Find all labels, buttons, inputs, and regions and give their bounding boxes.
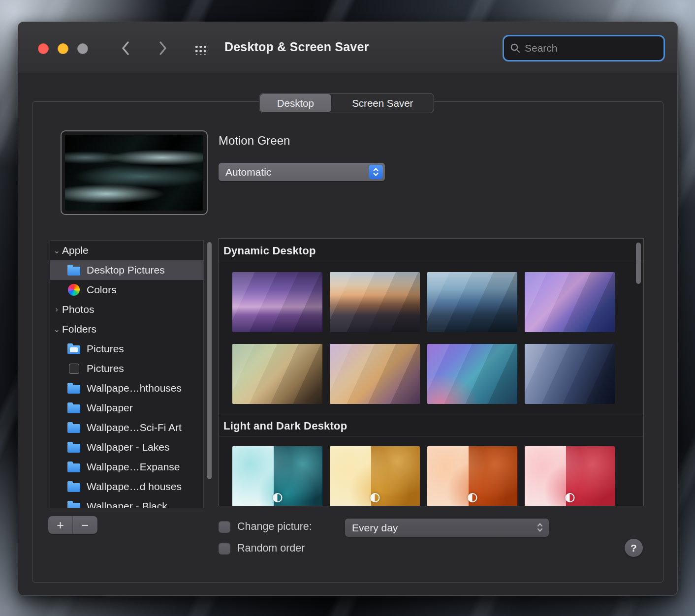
remove-folder-button[interactable]: − <box>73 516 97 534</box>
section-header-light-dark: Light and Dark Desktop <box>219 416 643 436</box>
sidebar-item-wallpaper-houses[interactable]: Wallpape…d houses <box>50 477 203 496</box>
pictures-folder-icon <box>67 345 80 354</box>
random-order-checkbox[interactable] <box>219 543 230 554</box>
color-wheel-icon <box>68 284 80 296</box>
appearance-mode-select[interactable]: Automatic <box>219 163 385 181</box>
sidebar-item-label: Colors <box>87 284 117 296</box>
dynamic-wallpaper-thumbnail-5[interactable] <box>232 344 322 404</box>
light-dark-toggle-icon <box>370 493 379 502</box>
window-title: Desktop & Screen Saver <box>224 40 369 54</box>
folder-icon <box>67 424 80 433</box>
appearance-mode-value: Automatic <box>225 166 271 178</box>
sidebar-item-label: Wallpaper <box>87 402 133 414</box>
sidebar-item-label: Pictures <box>87 343 124 355</box>
sidebar-scrollbar-thumb[interactable] <box>207 242 212 479</box>
desktop-screensaver-window: Desktop & Screen Saver Desktop Screen Sa… <box>18 22 678 596</box>
light-dark-toggle-icon <box>565 493 574 502</box>
change-picture-checkbox[interactable] <box>219 521 230 533</box>
select-chevrons-icon <box>536 522 544 536</box>
tab-bar: Desktop Screen Saver <box>259 93 434 113</box>
wallpaper-browser-panel: Dynamic Desktop Light and Dark Desktop <box>219 238 644 506</box>
sidebar-group-folders[interactable]: ⌄ Folders <box>50 319 203 339</box>
folder-icon <box>67 444 80 453</box>
source-list-sidebar: ⌄ Apple Desktop Pictures Colors › Photos… <box>50 240 204 508</box>
light-dark-wallpaper-thumbnail-3[interactable] <box>427 446 517 506</box>
sidebar-item-desktop-pictures[interactable]: Desktop Pictures <box>50 260 203 280</box>
sidebar-group-photos[interactable]: › Photos <box>50 300 203 319</box>
help-button[interactable]: ? <box>625 539 643 557</box>
dynamic-wallpaper-thumbnail-8[interactable] <box>525 344 615 404</box>
add-folder-button[interactable]: + <box>48 516 73 534</box>
folder-icon <box>67 404 80 413</box>
sidebar-group-label: Apple <box>62 245 89 256</box>
sidebar-item-wallpaper[interactable]: Wallpaper <box>50 398 203 418</box>
dynamic-wallpaper-thumbnail-7[interactable] <box>427 344 517 404</box>
sidebar-group-apple[interactable]: ⌄ Apple <box>50 241 203 260</box>
light-dark-toggle-icon <box>273 493 282 502</box>
current-wallpaper-preview <box>61 130 208 215</box>
folder-icon <box>67 267 80 276</box>
sidebar-group-label: Folders <box>62 323 96 335</box>
panel-scrollbar-thumb[interactable] <box>636 243 641 284</box>
sidebar-scrollbar[interactable] <box>207 242 212 500</box>
sidebar-item-label: Wallpaper - Lakes <box>87 441 169 453</box>
sidebar-item-label: Wallpape…Expanse <box>87 461 180 473</box>
select-stepper-icon <box>369 165 383 179</box>
wallpaper-name-label: Motion Green <box>219 134 290 148</box>
search-input[interactable] <box>525 42 663 54</box>
sidebar-item-label: Pictures <box>87 363 124 374</box>
blank-file-icon <box>69 364 79 374</box>
sidebar-item-label: Wallpape…Sci-Fi Art <box>87 422 182 433</box>
sidebar-item-label: Wallpape…d houses <box>87 481 182 493</box>
sidebar-item-wallpaper-black[interactable]: Wallpaper - Black <box>50 496 203 508</box>
sidebar-group-label: Photos <box>62 304 94 315</box>
dynamic-wallpaper-grid <box>232 272 615 404</box>
sidebar-item-wallpaper-lighthouses[interactable]: Wallpape…hthouses <box>50 378 203 398</box>
minimize-button[interactable] <box>58 43 68 54</box>
search-icon <box>510 43 521 54</box>
motion-green-preview-image <box>65 135 203 211</box>
zoom-button[interactable] <box>77 43 88 54</box>
disclosure-triangle-icon[interactable]: › <box>52 305 61 314</box>
add-remove-folder-group: + − <box>48 516 97 534</box>
traffic-lights <box>38 43 88 54</box>
sidebar-item-label: Wallpape…hthouses <box>87 382 182 394</box>
forward-button[interactable] <box>155 40 170 57</box>
back-button[interactable] <box>119 40 133 57</box>
change-picture-label: Change picture: <box>237 521 312 533</box>
dynamic-wallpaper-thumbnail-2[interactable] <box>330 272 420 332</box>
titlebar: Desktop & Screen Saver <box>18 22 677 73</box>
change-interval-value: Every day <box>352 522 398 534</box>
folder-icon <box>67 463 80 472</box>
sidebar-item-label: Wallpaper - Black <box>87 500 167 508</box>
light-dark-wallpaper-thumbnail-2[interactable] <box>330 446 420 506</box>
sidebar-item-pictures-2[interactable]: Pictures <box>50 359 203 378</box>
folder-icon <box>67 503 80 508</box>
dynamic-wallpaper-thumbnail-4[interactable] <box>525 272 615 332</box>
disclosure-triangle-icon[interactable]: ⌄ <box>52 324 61 335</box>
sidebar-item-colors[interactable]: Colors <box>50 280 203 300</box>
folder-icon <box>67 483 80 492</box>
tab-desktop[interactable]: Desktop <box>260 94 331 112</box>
light-dark-wallpaper-thumbnail-4[interactable] <box>525 446 615 506</box>
search-field[interactable] <box>503 35 665 62</box>
light-dark-wallpaper-grid <box>232 446 615 506</box>
sidebar-item-wallpaper-lakes[interactable]: Wallpaper - Lakes <box>50 437 203 457</box>
dynamic-wallpaper-thumbnail-6[interactable] <box>330 344 420 404</box>
sidebar-item-wallpaper-expanse[interactable]: Wallpape…Expanse <box>50 457 203 477</box>
dynamic-wallpaper-thumbnail-3[interactable] <box>427 272 517 332</box>
sidebar-item-label: Desktop Pictures <box>87 264 165 276</box>
close-button[interactable] <box>38 43 49 54</box>
show-all-grid-icon[interactable] <box>193 44 208 55</box>
light-dark-toggle-icon <box>468 493 477 502</box>
section-header-dynamic: Dynamic Desktop <box>219 239 643 263</box>
sidebar-item-wallpaper-scifi[interactable]: Wallpape…Sci-Fi Art <box>50 418 203 437</box>
light-dark-wallpaper-thumbnail-1[interactable] <box>232 446 322 506</box>
tab-screen-saver[interactable]: Screen Saver <box>332 93 434 113</box>
dynamic-wallpaper-thumbnail-1[interactable] <box>232 272 322 332</box>
random-order-label: Random order <box>237 542 305 554</box>
sidebar-item-pictures[interactable]: Pictures <box>50 339 203 359</box>
change-interval-select[interactable]: Every day <box>345 519 549 537</box>
disclosure-triangle-icon[interactable]: ⌄ <box>52 246 61 256</box>
folder-icon <box>67 385 80 394</box>
